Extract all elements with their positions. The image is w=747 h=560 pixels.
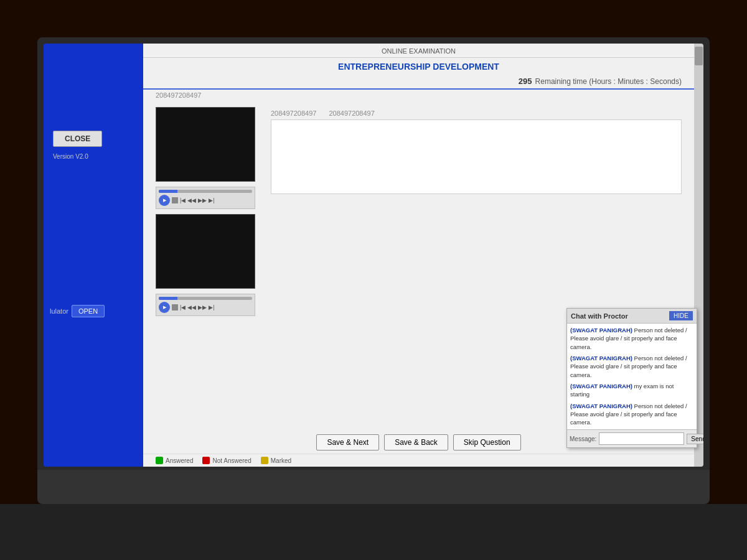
page-title: ONLINE EXAMINATION bbox=[382, 47, 456, 55]
chat-message: (SWAGAT PANIGRAH) Person not deleted / P… bbox=[570, 402, 693, 427]
chat-message: (SWAGAT PANIGRAH) my exam is not startin… bbox=[570, 382, 693, 399]
legend-bar: Answered Not Answered Marked bbox=[143, 454, 694, 467]
video-controls-2: |◀ ◀◀ ▶▶ ▶| bbox=[156, 294, 255, 316]
next-button-1[interactable]: ▶| bbox=[209, 197, 214, 203]
prev-button-1[interactable]: |◀ bbox=[180, 197, 186, 203]
video-box-1 bbox=[156, 107, 255, 182]
next-button-2[interactable]: ▶| bbox=[209, 304, 214, 310]
chat-panel: Chat with Proctor HIDE (SWAGAT PANIGRAH)… bbox=[566, 308, 697, 448]
screen: CLOSE Version V2.0 lulator OPEN ONLINE E… bbox=[44, 44, 703, 467]
chat-title: Chat with Proctor bbox=[571, 312, 628, 320]
message-label: Message: bbox=[570, 436, 596, 442]
send-button[interactable]: Send bbox=[687, 434, 703, 444]
ctrl-buttons-2: |◀ ◀◀ ▶▶ ▶| bbox=[159, 302, 252, 313]
progress-bar-2[interactable] bbox=[159, 297, 252, 300]
open-button[interactable]: OPEN bbox=[72, 305, 105, 317]
chat-messages: (SWAGAT PANIGRAH) hello(SWAGAT PANIGRAH)… bbox=[567, 324, 697, 429]
legend-dot-answered bbox=[156, 457, 163, 464]
question-id-1: 208497208497 bbox=[271, 110, 316, 117]
video-controls-1: |◀ ◀◀ ▶▶ ▶| bbox=[156, 187, 255, 209]
version-label: Version V2.0 bbox=[53, 153, 88, 160]
timer-value: 295 bbox=[519, 77, 532, 86]
chat-header: Chat with Proctor HIDE bbox=[567, 309, 697, 324]
legend-answered: Answered bbox=[156, 457, 193, 464]
progress-bar-1[interactable] bbox=[159, 190, 252, 193]
stop-button-1[interactable] bbox=[172, 197, 178, 203]
question-id-2: 208497208497 bbox=[329, 110, 374, 117]
progress-fill-1 bbox=[159, 190, 177, 193]
scrollbar-thumb[interactable] bbox=[695, 47, 703, 65]
rew-button-1[interactable]: ◀◀ bbox=[187, 197, 196, 203]
save-back-button[interactable]: Save & Back bbox=[384, 434, 448, 450]
video-box-2 bbox=[156, 214, 255, 289]
progress-fill-2 bbox=[159, 297, 177, 300]
timer-bar: 295 Remaining time (Hours : Minutes : Se… bbox=[143, 74, 694, 90]
keyboard-area bbox=[0, 504, 747, 560]
page-header: ONLINE EXAMINATION bbox=[143, 44, 694, 58]
timer-label: Remaining time (Hours : Minutes : Second… bbox=[535, 77, 682, 86]
stop-button-2[interactable] bbox=[172, 304, 178, 310]
answer-textarea[interactable] bbox=[271, 119, 682, 194]
legend-dot-not-answered bbox=[202, 457, 210, 464]
legend-marked: Marked bbox=[261, 457, 291, 464]
save-next-button[interactable]: Save & Next bbox=[316, 434, 379, 450]
left-sidebar: CLOSE Version V2.0 lulator OPEN bbox=[44, 44, 143, 467]
fwd-button-1[interactable]: ▶▶ bbox=[198, 197, 207, 203]
exam-title: ENTREPRENEURSHIP DEVELOPMENT bbox=[143, 58, 694, 74]
prev-button-2[interactable]: |◀ bbox=[180, 304, 186, 310]
legend-not-answered-label: Not Answered bbox=[212, 457, 251, 464]
exam-id-row: 208497208497 bbox=[143, 90, 694, 101]
legend-answered-label: Answered bbox=[166, 457, 193, 464]
skip-button[interactable]: Skip Question bbox=[453, 434, 521, 450]
video-panel: |◀ ◀◀ ▶▶ ▶| bbox=[156, 107, 261, 422]
message-input[interactable] bbox=[599, 432, 684, 445]
fwd-button-2[interactable]: ▶▶ bbox=[198, 304, 207, 310]
chat-message: (SWAGAT PANIGRAH) Person not deleted / P… bbox=[570, 326, 693, 351]
chat-message: (SWAGAT PANIGRAH) Person not deleted / P… bbox=[570, 354, 693, 379]
exam-id: 208497208497 bbox=[156, 91, 201, 99]
laptop-base bbox=[37, 470, 710, 504]
legend-not-answered: Not Answered bbox=[202, 457, 251, 464]
ctrl-buttons-1: |◀ ◀◀ ▶▶ ▶| bbox=[159, 195, 252, 206]
play-button-2[interactable] bbox=[159, 302, 170, 313]
chat-input-row: Message: Send bbox=[567, 429, 697, 447]
legend-dot-marked bbox=[261, 457, 268, 464]
legend-marked-label: Marked bbox=[271, 457, 291, 464]
close-button[interactable]: CLOSE bbox=[53, 131, 102, 147]
play-button-1[interactable] bbox=[159, 195, 170, 206]
question-id-row: 208497208497 208497208497 bbox=[271, 107, 682, 119]
laptop-screen: CLOSE Version V2.0 lulator OPEN ONLINE E… bbox=[37, 37, 710, 473]
rew-button-2[interactable]: ◀◀ bbox=[187, 304, 196, 310]
calculator-label: lulator bbox=[50, 307, 68, 315]
hide-button[interactable]: HIDE bbox=[669, 311, 693, 320]
